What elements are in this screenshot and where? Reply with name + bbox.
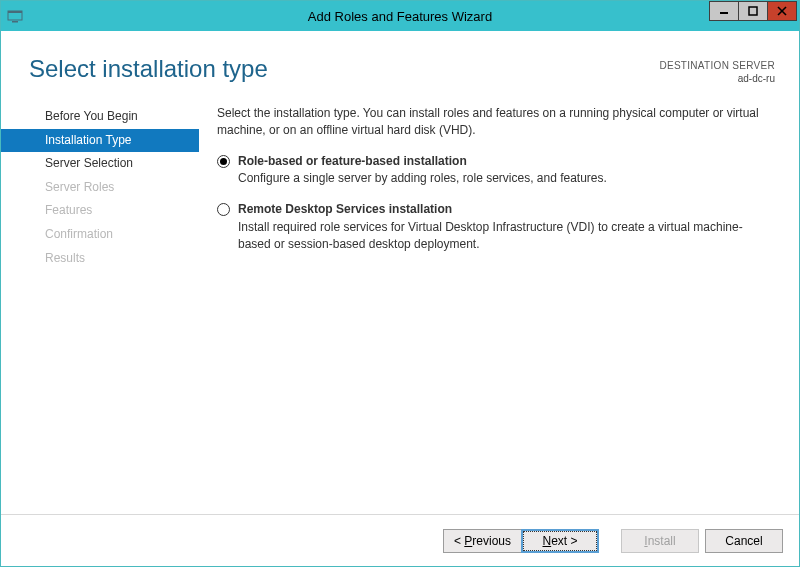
option-title: Remote Desktop Services installation xyxy=(238,201,773,218)
intro-text: Select the installation type. You can in… xyxy=(217,105,773,139)
footer-buttons: < Previous Next > Install Cancel xyxy=(1,514,799,566)
window-controls xyxy=(710,1,797,23)
next-button[interactable]: Next > xyxy=(521,529,599,553)
content-area: Select installation type DESTINATION SER… xyxy=(1,31,799,566)
app-icon xyxy=(1,1,29,31)
svg-rect-3 xyxy=(720,12,728,14)
step-server-roles: Server Roles xyxy=(1,176,199,200)
option-text: Role-based or feature-based installation… xyxy=(238,153,773,188)
destination-name: ad-dc-ru xyxy=(659,72,775,85)
body-row: Before You Begin Installation Type Serve… xyxy=(1,95,799,514)
radio-remote-desktop[interactable] xyxy=(217,203,230,216)
radio-role-based[interactable] xyxy=(217,155,230,168)
main-panel: Select the installation type. You can in… xyxy=(199,101,779,514)
option-desc: Install required role services for Virtu… xyxy=(238,219,773,253)
window-title: Add Roles and Features Wizard xyxy=(1,9,799,24)
step-confirmation: Confirmation xyxy=(1,223,199,247)
option-role-based[interactable]: Role-based or feature-based installation… xyxy=(217,153,773,188)
titlebar: Add Roles and Features Wizard xyxy=(1,1,799,31)
maximize-button[interactable] xyxy=(738,1,768,21)
step-results: Results xyxy=(1,247,199,271)
svg-rect-1 xyxy=(8,11,22,13)
wizard-window: Add Roles and Features Wizard Select ins… xyxy=(0,0,800,567)
destination-label: DESTINATION SERVER xyxy=(659,59,775,72)
close-button[interactable] xyxy=(767,1,797,21)
option-remote-desktop[interactable]: Remote Desktop Services installation Ins… xyxy=(217,201,773,252)
option-desc: Configure a single server by adding role… xyxy=(238,170,773,187)
svg-rect-2 xyxy=(12,21,18,23)
nav-button-group: < Previous Next > xyxy=(443,529,599,553)
page-title: Select installation type xyxy=(25,55,659,83)
wizard-steps-sidebar: Before You Begin Installation Type Serve… xyxy=(1,101,199,514)
step-features: Features xyxy=(1,199,199,223)
step-server-selection[interactable]: Server Selection xyxy=(1,152,199,176)
install-button: Install xyxy=(621,529,699,553)
minimize-button[interactable] xyxy=(709,1,739,21)
svg-rect-4 xyxy=(749,7,757,15)
cancel-button[interactable]: Cancel xyxy=(705,529,783,553)
previous-button[interactable]: < Previous xyxy=(443,529,521,553)
header-row: Select installation type DESTINATION SER… xyxy=(1,31,799,95)
destination-server-block: DESTINATION SERVER ad-dc-ru xyxy=(659,55,775,85)
step-installation-type[interactable]: Installation Type xyxy=(1,129,199,153)
option-text: Remote Desktop Services installation Ins… xyxy=(238,201,773,252)
option-title: Role-based or feature-based installation xyxy=(238,153,773,170)
step-before-you-begin[interactable]: Before You Begin xyxy=(1,105,199,129)
